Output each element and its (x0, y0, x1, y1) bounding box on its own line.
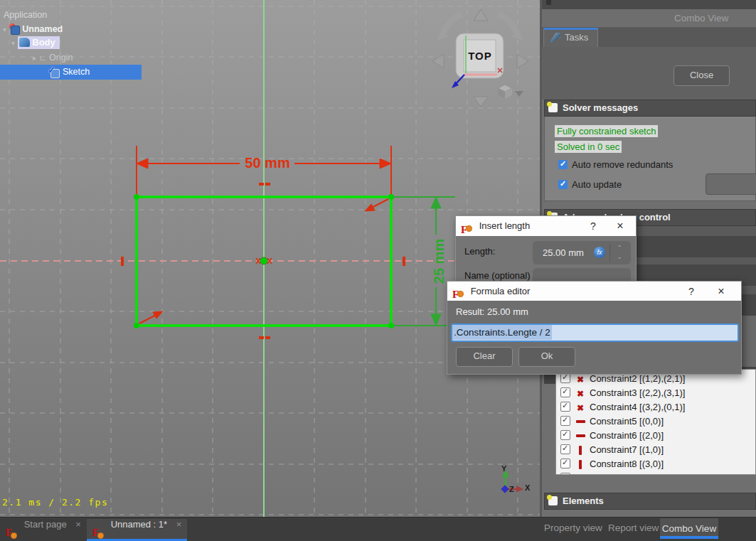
freecad-window: TOP 50 mm 25 mm Y X Z 2.1 ms / 2.2 fps A… (0, 0, 756, 541)
tree-item-sketch[interactable]: ✓ Sketch (0, 65, 142, 80)
chevron-down-icon[interactable]: ▾ (3, 26, 6, 33)
update-button-partial[interactable] (706, 173, 756, 195)
constraint-checkbox[interactable] (560, 444, 570, 454)
chevron-right-icon[interactable]: ▸ (33, 54, 36, 62)
sketch-icon: ✓ (48, 67, 59, 77)
body-icon (19, 38, 30, 47)
panel-title[interactable]: Combo View (542, 9, 756, 28)
tree-item-origin[interactable]: ▸ ∟ Origin (33, 52, 73, 63)
constraint-row[interactable]: Constraint5 [(0,0)] (556, 414, 755, 428)
checkbox-label: Auto remove redundants (572, 159, 673, 170)
pencil-icon (550, 33, 560, 43)
name-optional-label: Name (optional) (464, 270, 531, 281)
constraint-horizontal-icon (575, 432, 586, 441)
solver-messages-header[interactable]: Solver messages (544, 100, 756, 117)
constraint-checkbox[interactable] (560, 373, 570, 383)
tree-item-body[interactable]: ▾ Body (11, 37, 60, 48)
model-tree: Application ▾ Unnamed ▾ Body ▸ ∟ Origin … (0, 0, 185, 85)
constraint-coincident-icon: ✖ (575, 389, 586, 399)
tab-tasks[interactable]: Tasks (543, 28, 598, 47)
dimension-width-label[interactable]: 50 mm (241, 155, 294, 171)
freecad-icon: F (461, 220, 472, 231)
expression-input[interactable]: .Constraints.Lengte / 2 (451, 323, 739, 342)
close-icon[interactable]: × (713, 282, 730, 301)
elements-header[interactable]: Elements (544, 493, 756, 510)
constraint-horizontal-icon (575, 417, 586, 427)
clear-button[interactable]: Clear (456, 347, 513, 367)
length-label: Length: (464, 246, 495, 257)
constraint-checkbox[interactable] (560, 473, 570, 475)
constraint-coincident-icon: ✖ (575, 403, 586, 413)
dialog-title: Insert length (479, 220, 531, 231)
constraint-vertical-icon (575, 460, 586, 470)
panel-top-strip (542, 0, 756, 9)
close-task-button[interactable]: Close (674, 65, 730, 86)
bottom-bar: F Start page × F Unnamed : 1* × Property… (0, 517, 756, 541)
tab-property-view[interactable]: Property view (544, 518, 602, 539)
constraint-checkbox[interactable] (560, 387, 570, 397)
freecad-icon: F (452, 286, 464, 296)
tree-item-unnamed[interactable]: ▾ Unnamed (3, 23, 63, 34)
auto-remove-redundants-checkbox[interactable] (558, 160, 568, 169)
document-icon (9, 23, 20, 34)
navcube-face-label[interactable]: TOP (459, 50, 501, 62)
tab-combo-view[interactable]: Combo View (660, 518, 718, 539)
dimension-height-label[interactable]: 25 mm (431, 235, 447, 288)
section-icon (548, 103, 558, 112)
axis-y-label: Y (501, 464, 506, 473)
dialog-titlebar[interactable]: F Formula editor ? × (447, 282, 741, 301)
close-icon[interactable]: × (612, 216, 629, 236)
close-tab-icon[interactable]: × (176, 519, 182, 530)
ok-button[interactable]: Ok (518, 347, 575, 367)
length-value[interactable]: 25.00 mm (543, 247, 584, 258)
tab-start-page[interactable]: F Start page × (0, 519, 86, 541)
dialog-title: Formula editor (471, 286, 531, 296)
constraint-row[interactable]: ✖Constraint4 [(3,2),(0,1)] (556, 400, 755, 414)
dock-handle[interactable] (546, 0, 551, 5)
constraint-row[interactable]: Constraint6 [(2,0)] (556, 428, 755, 442)
formula-result: Result: 25.00 mm (456, 306, 528, 317)
tasks-tab-row: Tasks (542, 28, 756, 47)
help-button[interactable]: ? (585, 216, 602, 236)
help-button[interactable]: ? (683, 282, 700, 301)
chevron-down-icon[interactable]: ▾ (11, 39, 15, 47)
constraint-row[interactable]: Constraint8 [(3,0)] (556, 456, 755, 471)
solver-status-text: Fully constrained sketch (555, 125, 658, 137)
expression-fx-icon[interactable]: fx (594, 247, 605, 258)
tasks-body: Close (542, 47, 756, 100)
constraint-checkbox[interactable] (560, 416, 570, 426)
constraint-checkbox[interactable] (560, 430, 570, 440)
constraints-list[interactable]: ✖Constraint2 [(1,2),(2,1)] ✖Constraint3 … (555, 369, 756, 475)
fps-counter: 2.1 ms / 2.2 fps (2, 497, 108, 508)
constraint-checkbox[interactable] (560, 459, 570, 468)
freecad-icon: F (6, 527, 17, 538)
constraint-checkbox[interactable] (560, 402, 570, 412)
checkbox-label: Auto update (572, 179, 622, 190)
constraint-coincident-icon: ✖ (575, 375, 586, 385)
tab-unnamed-document[interactable]: F Unnamed : 1* × (87, 519, 187, 541)
dialog-titlebar[interactable]: F Insert length ? × (456, 216, 636, 236)
section-icon (548, 496, 558, 505)
selected-expression: .Constraints.Lengte / 2 (452, 325, 552, 340)
axis-x-label: X (525, 483, 530, 492)
constraint-row[interactable]: ✖Constraint3 [(2,2),(3,1)] (556, 385, 755, 400)
freecad-icon: F (92, 527, 104, 538)
spinner-arrows[interactable]: ⌃⌄ (609, 243, 629, 262)
constraint-row[interactable]: ✖Constraint9 [(2,2),(0,2),(-1,1)] (556, 471, 755, 475)
auto-update-checkbox[interactable] (558, 180, 568, 189)
origin-axes-icon: ∟ (39, 53, 47, 62)
axis-z-label: Z (509, 485, 514, 493)
formula-editor-dialog: F Formula editor ? × Result: 25.00 mm .C… (447, 281, 742, 375)
solver-messages-body: Fully constrained sketch Solved in 0 sec… (544, 117, 756, 201)
close-tab-icon[interactable]: × (75, 519, 81, 530)
constraint-symmetric-icon: ✖ (575, 474, 586, 475)
constraint-vertical-icon (575, 446, 586, 456)
tab-report-view[interactable]: Report view (608, 518, 659, 539)
length-spinbox[interactable]: 25.00 mm fx ⌃⌄ (533, 241, 631, 264)
constraint-row[interactable]: Constraint7 [(1,0)] (556, 442, 755, 456)
origin-point[interactable] (256, 257, 272, 264)
tree-root-label: Application (4, 10, 47, 20)
navcube-menu-icon[interactable] (498, 85, 523, 99)
solver-time-text: Solved in 0 sec (555, 141, 622, 153)
